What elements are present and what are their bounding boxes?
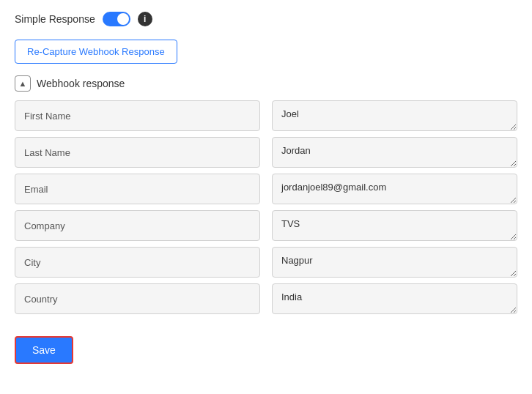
field-value-5[interactable] bbox=[272, 283, 517, 314]
webhook-header: ▲ Webhook response bbox=[15, 75, 517, 92]
field-label-5[interactable] bbox=[15, 283, 260, 314]
top-row: Simple Response i bbox=[15, 12, 517, 26]
fields-grid bbox=[15, 100, 517, 314]
webhook-section-title: Webhook response bbox=[37, 78, 125, 89]
info-icon[interactable]: i bbox=[138, 12, 152, 26]
field-label-2[interactable] bbox=[15, 174, 260, 204]
simple-response-toggle[interactable] bbox=[103, 12, 130, 26]
field-value-4[interactable] bbox=[272, 247, 517, 278]
field-label-3[interactable] bbox=[15, 210, 260, 241]
field-value-2[interactable] bbox=[272, 174, 517, 204]
collapse-icon[interactable]: ▲ bbox=[15, 75, 31, 92]
field-value-3[interactable] bbox=[272, 210, 517, 241]
field-label-1[interactable] bbox=[15, 137, 260, 168]
field-value-0[interactable] bbox=[272, 100, 517, 131]
field-label-4[interactable] bbox=[15, 247, 260, 278]
webhook-section: ▲ Webhook response bbox=[15, 75, 517, 314]
field-label-0[interactable] bbox=[15, 100, 260, 131]
simple-response-label: Simple Response bbox=[15, 13, 95, 25]
field-value-1[interactable] bbox=[272, 137, 517, 168]
recapture-button[interactable]: Re-Capture Webhook Response bbox=[15, 40, 177, 64]
save-button-container: Save bbox=[15, 321, 517, 364]
save-button[interactable]: Save bbox=[15, 336, 73, 364]
